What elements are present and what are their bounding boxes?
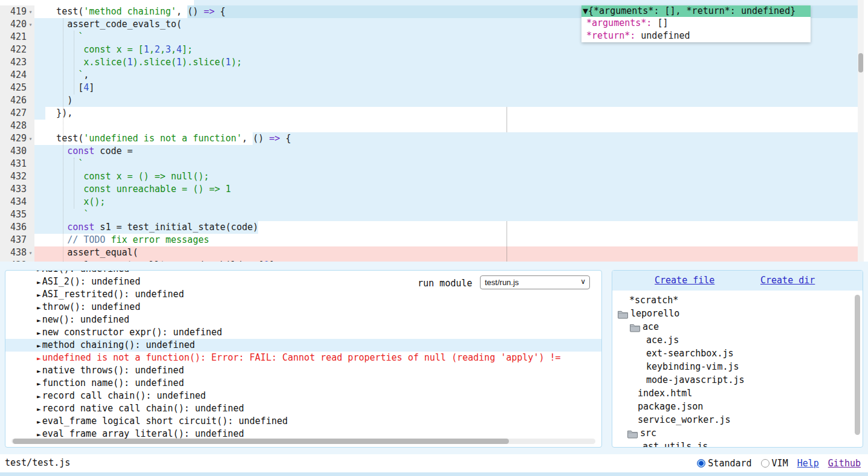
gutter-line[interactable]: 422 [0,43,34,56]
gutter-line[interactable]: 433 [0,183,34,196]
line-number[interactable]: 436 [10,221,27,234]
expand-arrow-icon[interactable]: ► [37,317,41,324]
line-number[interactable]: 437 [10,234,27,246]
code-line[interactable]: }), [34,107,858,120]
editor-gutter[interactable]: 419▾420▾421422423424425426427428429▾4304… [0,5,34,262]
tree-folder-row[interactable]: leporello [612,307,863,320]
result-row[interactable]: ►native throws(): undefined [5,364,601,377]
code-line[interactable]: ` [34,158,858,170]
code-line[interactable]: const x = () => null(); [34,170,858,183]
code-line[interactable]: assert_equal( [34,246,858,259]
tree-folder-row[interactable]: src [612,426,863,440]
tree-file-row[interactable]: package.json [612,400,863,413]
gutter-line[interactable]: 436 [0,221,34,234]
line-number[interactable]: 421 [10,31,27,43]
tree-file-row[interactable]: keybinding-vim.js [612,360,863,373]
gutter-line[interactable]: 419▾ [0,5,34,18]
tree-folder-row[interactable]: ace [612,320,863,333]
expand-arrow-icon[interactable]: ► [37,355,41,362]
code-line[interactable] [34,120,858,132]
fold-arrow-icon[interactable]: ▾ [27,5,34,18]
run-module-select[interactable]: test/run.js [480,275,590,289]
result-row[interactable]: ►function name(): undefined [5,377,601,390]
tree-file-row[interactable]: ast_utils.js [612,440,863,448]
code-line[interactable]: `, [34,69,858,82]
radio-unselected-icon[interactable] [761,459,769,468]
tree-file-row[interactable]: *scratch* [612,294,863,307]
fold-arrow-icon[interactable]: ▾ [27,18,34,31]
line-number[interactable]: 429 [10,132,27,145]
expand-arrow-icon[interactable]: ► [37,367,41,375]
tree-file-row[interactable]: index.html [612,387,863,400]
results-hscrollbar-thumb[interactable] [13,439,509,444]
expand-arrow-icon[interactable]: ► [37,418,41,426]
code-line[interactable]: const s1 = test_initial_state(code) [34,221,858,234]
keybinding-standard-option[interactable]: Standard [697,457,751,470]
result-row[interactable]: ►throw(): undefined [5,301,601,314]
line-number[interactable]: 423 [10,56,27,69]
code-line[interactable]: const x = [1,2,3,4]; [34,43,858,56]
tree-scrollbar-thumb[interactable] [855,295,860,435]
gutter-line[interactable]: 434 [0,196,34,208]
gutter-line[interactable]: 423 [0,56,34,69]
code-line[interactable]: const code = [34,145,858,158]
line-number[interactable]: 420 [10,18,27,31]
expand-arrow-icon[interactable]: ► [37,405,41,413]
gutter-line[interactable]: 427 [0,107,34,120]
result-row[interactable]: ►ASI_restrited(): undefined [5,288,601,301]
gutter-line[interactable]: 438▾ [0,246,34,259]
line-number[interactable]: 431 [10,158,27,170]
result-row[interactable]: ►undefined is not a function(): Error: F… [5,352,601,364]
gutter-line[interactable]: 429▾ [0,132,34,145]
line-number[interactable]: 426 [10,94,27,107]
gutter-line[interactable]: 420▾ [0,18,34,31]
editor-scrollbar-thumb[interactable] [858,53,863,72]
line-number[interactable]: 424 [10,69,27,82]
gutter-line[interactable]: 435 [0,208,34,221]
result-row[interactable]: ►eval_frame logical short circuit(): und… [5,415,601,428]
line-number[interactable]: 425 [10,82,27,94]
value-tooltip-header[interactable]: ▼{*arguments*: [], *return*: undefined} [581,5,811,17]
code-line[interactable]: x(); [34,196,858,208]
gutter-line[interactable]: 424 [0,69,34,82]
code-editor[interactable]: 419▾420▾421422423424425426427428429▾4304… [0,0,868,262]
result-row[interactable]: ►record call chain(): undefined [5,390,601,402]
code-line[interactable]: [4] [34,82,858,94]
tree-file-row[interactable]: ace.js [612,333,863,347]
create-file-link[interactable]: Create file [655,274,714,287]
radio-selected-icon[interactable] [697,459,705,468]
keybinding-vim-option[interactable]: VIM [761,457,788,470]
code-line[interactable]: // TODO fix error messages [34,234,858,246]
expand-arrow-icon[interactable]: ► [37,291,41,299]
gutter-line[interactable]: 437 [0,234,34,246]
fold-arrow-icon[interactable]: ▾ [27,246,34,259]
expand-arrow-icon[interactable]: ► [37,393,41,400]
line-number[interactable]: 427 [10,107,27,120]
expand-arrow-icon[interactable]: ► [37,304,41,312]
line-number[interactable]: 422 [10,43,27,56]
tree-file-row[interactable]: service_worker.js [612,413,863,426]
code-line[interactable]: test('undefined is not a function', () =… [34,132,858,145]
github-link[interactable]: Github [828,457,861,470]
expand-arrow-icon[interactable]: ► [37,380,41,388]
gutter-line[interactable]: 421 [0,31,34,43]
expand-arrow-icon[interactable]: ► [37,270,41,274]
expand-arrow-icon[interactable]: ► [37,342,41,350]
result-row[interactable]: ►new(): undefined [5,314,601,326]
expand-arrow-icon[interactable]: ► [37,278,41,286]
line-number[interactable]: 433 [10,183,27,196]
expand-arrow-icon[interactable]: ► [37,329,41,337]
line-number[interactable]: 419 [10,5,27,18]
tree-file-row[interactable]: ext-searchbox.js [612,347,863,360]
gutter-line[interactable]: 425 [0,82,34,94]
line-number[interactable]: 435 [10,208,27,221]
result-row[interactable]: ►record native call chain(): undefined [5,402,601,415]
line-number[interactable]: 430 [10,145,27,158]
expand-arrow-icon[interactable]: ► [37,431,41,439]
result-row[interactable]: ►ASI(): undefined [5,270,601,275]
code-line[interactable]: x.slice(1).slice(1).slice(1); [34,56,858,69]
create-dir-link[interactable]: Create dir [760,274,815,287]
code-line[interactable]: const unreachable = () => 1 [34,183,858,196]
tree-file-row[interactable]: mode-javascript.js [612,373,863,387]
help-link[interactable]: Help [797,457,819,470]
